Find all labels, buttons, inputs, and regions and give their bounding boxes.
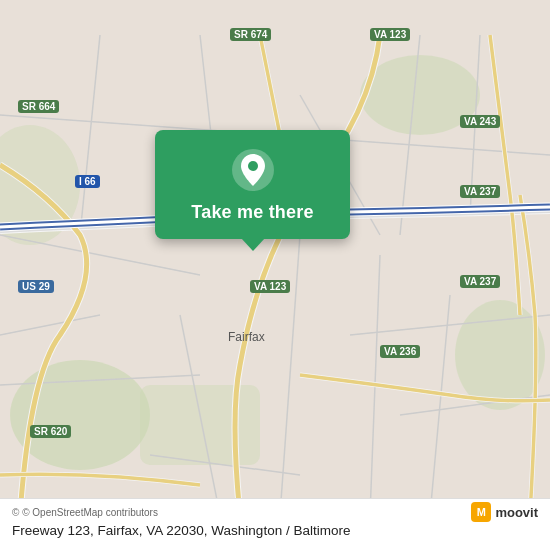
bottom-bar: © © OpenStreetMap contributors Freeway 1…: [0, 498, 550, 550]
road-label-va123-mid: VA 123: [250, 280, 290, 293]
road-label-i66-mid: I 66: [75, 175, 100, 188]
road-label-va237-top: VA 237: [460, 185, 500, 198]
road-label-sr674: SR 674: [230, 28, 271, 41]
location-text: Freeway 123, Fairfax, VA 22030, Washingt…: [12, 522, 538, 540]
location-pin-icon: [231, 148, 275, 192]
popup-card: Take me there: [155, 130, 350, 239]
road-label-sr620: SR 620: [30, 425, 71, 438]
map-attribution: © © OpenStreetMap contributors: [12, 507, 538, 518]
moovit-brand-text: moovit: [495, 505, 538, 520]
road-label-va236: VA 236: [380, 345, 420, 358]
road-label-us29: US 29: [18, 280, 54, 293]
svg-rect-5: [140, 385, 260, 465]
svg-point-23: [248, 161, 258, 171]
road-label-sr664: SR 664: [18, 100, 59, 113]
map-container: SR 674 VA 123 SR 664 I 66 I 66 VA 243 VA…: [0, 0, 550, 550]
road-label-va243: VA 243: [460, 115, 500, 128]
moovit-m-icon: M: [471, 502, 491, 522]
moovit-logo: M moovit: [471, 502, 538, 522]
road-label-va237-bot: VA 237: [460, 275, 500, 288]
road-label-va123-top: VA 123: [370, 28, 410, 41]
place-label-fairfax: Fairfax: [228, 330, 265, 344]
take-me-there-button[interactable]: Take me there: [191, 202, 313, 223]
